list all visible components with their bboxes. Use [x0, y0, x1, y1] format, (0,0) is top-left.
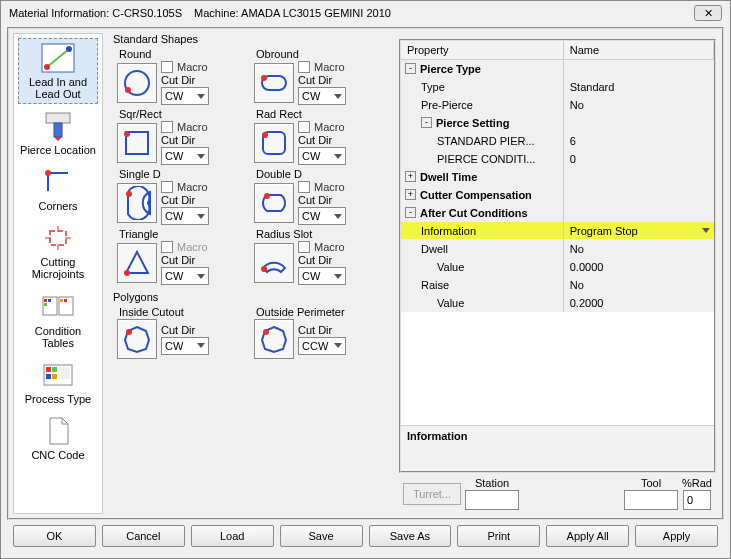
- macro-checkbox[interactable]: Macro: [161, 121, 209, 133]
- cutdir-select[interactable]: CW: [298, 87, 346, 105]
- property-value[interactable]: [564, 114, 714, 132]
- svg-rect-24: [52, 374, 57, 379]
- ok-button[interactable]: OK: [13, 525, 96, 547]
- property-row[interactable]: Value0.2000: [401, 294, 714, 312]
- shape-button-outside-perimeter[interactable]: [254, 319, 294, 359]
- col-name[interactable]: Name: [564, 41, 714, 59]
- lead-icon: [40, 42, 76, 74]
- property-row[interactable]: +Cutter Compensation: [401, 186, 714, 204]
- shape-button-triangle[interactable]: [117, 243, 157, 283]
- svg-rect-25: [59, 367, 70, 379]
- property-row[interactable]: -After Cut Conditions: [401, 204, 714, 222]
- property-label: Raise: [421, 279, 449, 291]
- cancel-button[interactable]: Cancel: [102, 525, 185, 547]
- cutdir-select[interactable]: CW: [161, 207, 209, 225]
- property-row[interactable]: InformationProgram Stop: [401, 222, 714, 240]
- sidebar-item-corners[interactable]: Corners: [18, 162, 98, 216]
- cutdir-select[interactable]: CCW: [298, 337, 346, 355]
- sidebar-item-processtype[interactable]: Process Type: [18, 355, 98, 409]
- sidebar: Lead In and Lead Out Pierce Location Cor…: [13, 33, 103, 514]
- property-row[interactable]: -Pierce Type: [401, 60, 714, 78]
- property-label: Value: [437, 297, 464, 309]
- print-button[interactable]: Print: [457, 525, 540, 547]
- tool-input[interactable]: [624, 490, 678, 510]
- cutdir-select[interactable]: CW: [161, 87, 209, 105]
- macro-checkbox[interactable]: Macro: [298, 61, 346, 73]
- shape-button-sqr-rect[interactable]: [117, 123, 157, 163]
- macro-checkbox[interactable]: Macro: [161, 61, 209, 73]
- property-value[interactable]: No: [564, 276, 714, 294]
- sidebar-item-microjoints[interactable]: Cutting Microjoints: [18, 218, 98, 284]
- corners-icon: [40, 166, 76, 198]
- property-value[interactable]: Standard: [564, 78, 714, 96]
- macro-checkbox[interactable]: Macro: [161, 181, 209, 193]
- shape-button-rad-rect[interactable]: [254, 123, 294, 163]
- shape-button-double-d[interactable]: [254, 183, 294, 223]
- property-label: Dwell Time: [420, 171, 477, 183]
- property-value[interactable]: [564, 168, 714, 186]
- property-value[interactable]: No: [564, 96, 714, 114]
- expander-icon[interactable]: -: [405, 207, 416, 218]
- property-row[interactable]: TypeStandard: [401, 78, 714, 96]
- turret-button[interactable]: Turret...: [403, 483, 461, 505]
- sidebar-item-pierce[interactable]: Pierce Location: [18, 106, 98, 160]
- checkbox-icon: [298, 61, 310, 73]
- close-button[interactable]: ✕: [694, 5, 722, 21]
- macro-checkbox[interactable]: Macro: [298, 241, 346, 253]
- property-value[interactable]: [564, 204, 714, 222]
- property-row[interactable]: RaiseNo: [401, 276, 714, 294]
- property-grid: Property Name -Pierce TypeTypeStandardPr…: [399, 39, 716, 473]
- expander-icon[interactable]: -: [421, 117, 432, 128]
- cutdir-select[interactable]: CW: [298, 207, 346, 225]
- property-row[interactable]: Pre-PierceNo: [401, 96, 714, 114]
- property-value[interactable]: [564, 186, 714, 204]
- property-label: Pierce Setting: [436, 117, 509, 129]
- saveas-button[interactable]: Save As: [369, 525, 452, 547]
- svg-marker-36: [126, 252, 148, 273]
- cutdir-select[interactable]: CW: [161, 147, 209, 165]
- svg-rect-5: [54, 123, 62, 137]
- save-button[interactable]: Save: [280, 525, 363, 547]
- property-row[interactable]: DwellNo: [401, 240, 714, 258]
- property-label: After Cut Conditions: [420, 207, 528, 219]
- property-row[interactable]: +Dwell Time: [401, 168, 714, 186]
- expander-icon[interactable]: +: [405, 189, 416, 200]
- shape-button-inside-cutout[interactable]: [117, 319, 157, 359]
- expander-icon[interactable]: +: [405, 171, 416, 182]
- shape-button-single-d[interactable]: [117, 183, 157, 223]
- cutdir-select[interactable]: CW: [298, 147, 346, 165]
- property-value[interactable]: No: [564, 240, 714, 258]
- shape-button-radius-slot[interactable]: [254, 243, 294, 283]
- checkbox-icon: [298, 241, 310, 253]
- sidebar-item-lead[interactable]: Lead In and Lead Out: [18, 38, 98, 104]
- cutdir-select[interactable]: CW: [298, 267, 346, 285]
- macro-checkbox[interactable]: Macro: [298, 181, 346, 193]
- property-row[interactable]: PIERCE CONDITI...0: [401, 150, 714, 168]
- load-button[interactable]: Load: [191, 525, 274, 547]
- shape-button-round[interactable]: [117, 63, 157, 103]
- property-value[interactable]: [564, 60, 714, 78]
- sidebar-item-conditions[interactable]: Condition Tables: [18, 287, 98, 353]
- expander-icon[interactable]: -: [405, 63, 416, 74]
- rad-input[interactable]: 0: [683, 490, 711, 510]
- property-row[interactable]: STANDARD PIER...6: [401, 132, 714, 150]
- shape-button-obround[interactable]: [254, 63, 294, 103]
- property-value[interactable]: 6: [564, 132, 714, 150]
- shape-name-label: Sqr/Rect: [117, 107, 252, 121]
- property-value[interactable]: 0.0000: [564, 258, 714, 276]
- property-value[interactable]: Program Stop: [564, 222, 714, 240]
- apply-button[interactable]: Apply: [635, 525, 718, 547]
- property-row[interactable]: Value0.0000: [401, 258, 714, 276]
- station-input[interactable]: [465, 490, 519, 510]
- col-property[interactable]: Property: [401, 41, 564, 59]
- property-value[interactable]: 0: [564, 150, 714, 168]
- cutdir-select[interactable]: CW: [161, 267, 209, 285]
- property-value[interactable]: 0.2000: [564, 294, 714, 312]
- sidebar-item-cnc[interactable]: CNC Code: [18, 411, 98, 465]
- svg-rect-8: [50, 231, 66, 245]
- property-row[interactable]: -Pierce Setting: [401, 114, 714, 132]
- applyall-button[interactable]: Apply All: [546, 525, 629, 547]
- svg-point-38: [261, 266, 267, 272]
- cutdir-select[interactable]: CW: [161, 337, 209, 355]
- macro-checkbox[interactable]: Macro: [298, 121, 346, 133]
